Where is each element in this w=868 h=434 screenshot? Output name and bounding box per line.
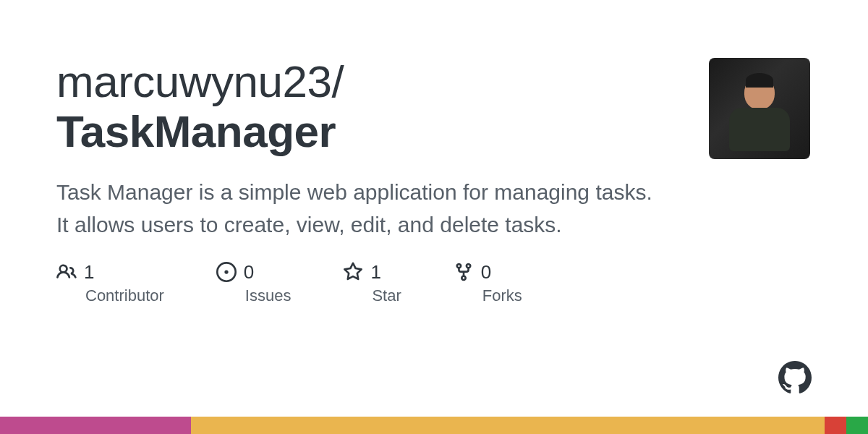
stat-contributors-value: 1 [84,261,94,284]
repo-title: marcuwynu23/ TaskManager [56,56,606,157]
fork-icon [454,262,474,282]
repo-name: TaskManager [56,106,336,156]
language-segment [825,417,846,434]
stat-issues: 0 Issues [216,261,292,305]
people-icon [56,262,77,282]
language-segment [0,417,191,434]
stat-stars: 1 Star [343,261,401,305]
stat-stars-label: Star [372,286,401,305]
stat-forks: 0 Forks [454,261,522,305]
language-bar [0,417,868,434]
stat-forks-label: Forks [482,286,522,305]
language-segment [846,417,868,434]
stat-issues-label: Issues [245,286,292,305]
stat-forks-value: 0 [481,261,491,284]
stat-issues-value: 0 [244,261,254,284]
repo-separator: / [331,56,344,106]
title-block: marcuwynu23/ TaskManager [56,56,606,157]
star-icon [343,262,363,282]
github-logo-icon [778,361,812,394]
social-card: marcuwynu23/ TaskManager Task Manager is… [0,0,868,434]
stat-stars-value: 1 [370,261,380,284]
stat-contributors-label: Contributor [85,286,164,305]
stat-contributors: 1 Contributor [56,261,164,305]
issue-icon [216,262,237,282]
language-segment [191,417,825,434]
repo-owner: marcuwynu23 [56,56,331,106]
avatar [709,58,810,159]
stats-row: 1 Contributor 0 Issues 1 Star 0 Forks [56,261,810,305]
repo-description: Task Manager is a simple web application… [56,176,664,241]
